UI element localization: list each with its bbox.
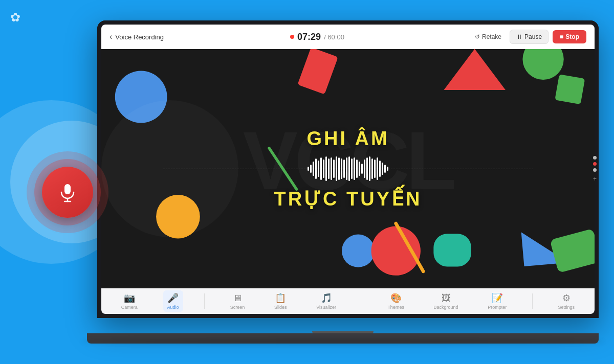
timer-total: / 60:00	[324, 33, 344, 41]
recording-title-top: GHI ÂM	[306, 128, 389, 150]
toolbar-separator-2	[362, 293, 362, 309]
background-icon: 🖼	[442, 293, 451, 304]
page-title: Voice Recording	[115, 33, 164, 41]
topbar-actions: ↺ Retake ⏸ Pause ■ Stop	[471, 30, 586, 44]
side-dot-3	[593, 168, 597, 172]
waveform-bars	[163, 156, 533, 181]
laptop-wrapper: ‹ Voice Recording 07:29 / 60:00 ↺ Retake	[87, 20, 599, 344]
timer-display: 07:29	[297, 32, 321, 42]
toolbar-camera[interactable]: 📷 Camera	[117, 290, 142, 312]
side-panel: +	[593, 156, 597, 183]
toolbar-settings[interactable]: ⚙ Settings	[554, 290, 579, 312]
svg-rect-0	[64, 184, 71, 194]
themes-icon: 🎨	[390, 292, 402, 304]
stop-icon: ■	[560, 33, 563, 40]
retake-icon: ↺	[475, 33, 480, 40]
slides-icon: 📋	[275, 292, 286, 304]
side-plus-icon[interactable]: +	[593, 175, 597, 183]
waveform	[163, 156, 533, 181]
app-content: VCCL	[101, 49, 595, 288]
stop-button[interactable]: ■ Stop	[553, 30, 586, 43]
app-topbar: ‹ Voice Recording 07:29 / 60:00 ↺ Retake	[101, 25, 595, 49]
recording-title-bottom: TRỰC TUYẾN	[274, 188, 422, 210]
side-dot-2	[593, 162, 597, 166]
pause-icon: ⏸	[516, 33, 522, 40]
camera-icon: 📷	[124, 292, 135, 304]
laptop-body: ‹ Voice Recording 07:29 / 60:00 ↺ Retake	[97, 20, 599, 318]
laptop-screen: ‹ Voice Recording 07:29 / 60:00 ↺ Retake	[97, 20, 599, 318]
bottom-toolbar: 📷 Camera 🎤 Audio 🖥 Screen 📋 Slides	[101, 288, 595, 314]
toolbar-screen[interactable]: 🖥 Screen	[226, 291, 249, 312]
toolbar-themes[interactable]: 🎨 Themes	[383, 290, 408, 312]
toolbar-separator-1	[204, 293, 205, 309]
screen-icon: 🖥	[233, 293, 242, 304]
settings-toolbar-icon: ⚙	[562, 292, 571, 304]
microphone-icon	[57, 182, 78, 202]
toolbar-separator-3	[532, 293, 533, 309]
toolbar-slides[interactable]: 📋 Slides	[270, 290, 291, 312]
toolbar-background[interactable]: 🖼 Background	[430, 291, 463, 312]
retake-button[interactable]: ↺ Retake	[471, 31, 506, 42]
toolbar-visualizer[interactable]: 🎵 Visualizer	[312, 290, 340, 312]
pause-button[interactable]: ⏸ Pause	[510, 30, 549, 44]
back-arrow-icon: ‹	[109, 32, 112, 41]
back-navigation[interactable]: ‹ Voice Recording	[109, 32, 164, 41]
visualizer-icon: 🎵	[321, 292, 332, 304]
laptop-shadow	[82, 339, 604, 344]
toolbar-prompter[interactable]: 📝 Prompter	[484, 290, 511, 312]
mic-button-area	[42, 167, 93, 218]
mic-button[interactable]	[42, 167, 93, 218]
laptop-base	[87, 318, 599, 344]
toolbar-audio[interactable]: 🎤 Audio	[163, 290, 183, 312]
prompter-icon: 📝	[492, 292, 503, 304]
settings-icon: ✿	[10, 10, 20, 25]
audio-icon: 🎤	[167, 292, 179, 304]
content-overlay: GHI ÂM	[101, 49, 595, 288]
timer-section: 07:29 / 60:00	[290, 32, 344, 42]
recording-indicator	[290, 35, 294, 39]
side-dot-1	[593, 156, 597, 160]
